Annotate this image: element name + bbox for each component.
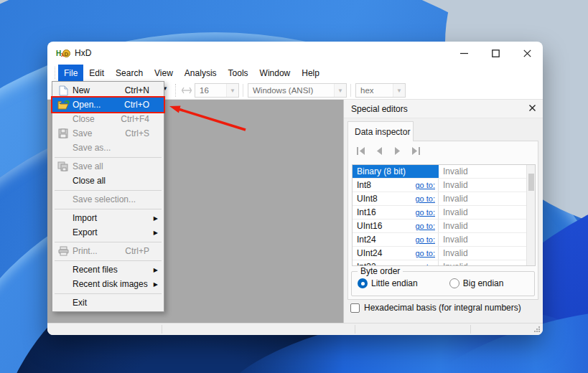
file-menu-item-recent-disk-images[interactable]: Recent disk images▶	[52, 277, 164, 291]
menubar-grip	[55, 67, 57, 79]
type-name: UInt8	[357, 194, 378, 204]
grid-scrollbar[interactable]	[526, 165, 535, 265]
menu-item-label: Recent files	[73, 265, 118, 275]
type-name-cell[interactable]: UInt24go to:	[353, 247, 439, 260]
file-menu-item-save[interactable]: SaveCtrl+S	[52, 126, 164, 141]
first-icon	[357, 147, 366, 155]
inspector-nav	[355, 146, 421, 156]
type-name: Int16	[357, 207, 376, 217]
type-name-cell[interactable]: UInt8go to:	[353, 192, 439, 205]
inspector-row-uint8[interactable]: UInt8go to:Invalid	[353, 192, 535, 206]
next-byte-button[interactable]	[391, 146, 403, 156]
encoding-combo[interactable]: Windows (ANSI)▼	[248, 83, 347, 98]
inspector-row-uint16[interactable]: UInt16go to:Invalid	[353, 219, 535, 233]
file-menu-item-new[interactable]: NewCtrl+N	[52, 83, 164, 98]
menu-file[interactable]: File	[58, 65, 83, 81]
type-name-cell[interactable]: Int24go to:	[353, 233, 439, 246]
value-cell: Invalid	[439, 260, 535, 266]
previous-byte-button[interactable]	[373, 146, 385, 156]
minimize-icon	[460, 49, 468, 57]
menu-view[interactable]: View	[149, 65, 179, 81]
file-menu-item-save-selection[interactable]: Save selection...	[52, 192, 164, 207]
menu-item-shortcut: Ctrl+F4	[121, 114, 158, 124]
type-name-cell[interactable]: Int32go to:	[353, 260, 439, 266]
menu-item-label: Exit	[73, 298, 87, 308]
radio-little-endian[interactable]	[358, 278, 368, 288]
value-cell: Invalid	[439, 179, 535, 192]
menu-edit[interactable]: Edit	[83, 65, 110, 81]
file-menu-item-save-all[interactable]: Save all	[52, 159, 164, 174]
bytes-per-row-width-button[interactable]	[180, 84, 193, 97]
go-to-link[interactable]: go to:	[415, 222, 435, 230]
icon-spacer	[55, 113, 71, 125]
menu-analysis[interactable]: Analysis	[179, 65, 223, 81]
close-button[interactable]	[511, 42, 543, 65]
value-cell: Invalid	[439, 233, 535, 246]
type-name: Int8	[357, 180, 371, 190]
hxd-window: H x D HxD FileEditSearchViewAnal	[47, 42, 543, 335]
radio-big-endian[interactable]	[449, 278, 459, 288]
type-name-cell[interactable]: UInt16go to:	[353, 219, 439, 232]
icon-spacer	[55, 278, 71, 290]
hex-basis-row: Hexadecimal basis (for integral numbers)	[350, 303, 521, 313]
bytes-per-row-combo[interactable]: 16▼	[195, 83, 239, 98]
data-inspector-content: Binary (8 bit)InvalidInt8go to:InvalidUI…	[347, 141, 538, 300]
left-right-arrows-icon	[182, 87, 192, 94]
last-byte-button[interactable]	[409, 146, 421, 156]
inspector-row-uint24[interactable]: UInt24go to:Invalid	[353, 247, 535, 260]
statusbar-separator	[470, 325, 471, 334]
first-byte-button[interactable]	[355, 146, 367, 156]
go-to-link[interactable]: go to:	[415, 181, 435, 189]
file-menu-item-close[interactable]: CloseCtrl+F4	[52, 112, 164, 126]
file-menu-item-save-as[interactable]: Save as...	[52, 141, 164, 155]
resize-grip[interactable]	[534, 326, 540, 332]
print-icon	[55, 245, 71, 257]
menu-help[interactable]: Help	[296, 65, 325, 81]
file-menu-item-close-all[interactable]: Close all	[52, 174, 164, 188]
value-cell: Invalid	[439, 247, 535, 260]
menu-tools[interactable]: Tools	[223, 65, 254, 81]
go-to-link[interactable]: go to:	[415, 249, 435, 258]
menu-item-label: Save	[73, 128, 92, 138]
go-to-link[interactable]: go to:	[415, 235, 435, 244]
menu-item-label: Recent disk images	[73, 279, 148, 289]
menu-window[interactable]: Window	[254, 65, 297, 81]
offset-base-combo[interactable]: hex▼	[355, 83, 406, 98]
menu-search[interactable]: Search	[110, 65, 149, 81]
minimize-button[interactable]	[448, 42, 480, 65]
file-menu-item-print[interactable]: Print...Ctrl+P	[52, 244, 164, 258]
file-menu-item-export[interactable]: Export▶	[52, 225, 164, 240]
special-editors-title: Special editors	[351, 104, 408, 114]
type-name-cell[interactable]: Int16go to:	[353, 206, 439, 219]
panel-close-button[interactable]	[529, 105, 536, 113]
inspector-row-int24[interactable]: Int24go to:Invalid	[353, 233, 535, 247]
menu-item-label: Import	[73, 213, 97, 223]
icon-spacer	[55, 227, 71, 238]
hex-basis-checkbox[interactable]	[350, 303, 360, 313]
go-to-link[interactable]: go to:	[415, 263, 435, 266]
menu-item-label: Print...	[73, 246, 98, 256]
grid-scrollbar-thumb[interactable]	[528, 174, 534, 191]
menu-item-label: Save as...	[73, 143, 111, 153]
go-to-link[interactable]: go to:	[415, 208, 435, 217]
inspector-row-int8[interactable]: Int8go to:Invalid	[353, 179, 535, 192]
last-icon	[411, 147, 420, 155]
inspector-row-int16[interactable]: Int16go to:Invalid	[353, 206, 535, 219]
file-menu-item-recent-files[interactable]: Recent files▶	[52, 263, 164, 277]
hex-basis-label: Hexadecimal basis (for integral numbers)	[364, 303, 521, 313]
inspector-row-binary-8-bit[interactable]: Binary (8 bit)Invalid	[353, 165, 535, 179]
type-name-cell[interactable]: Int8go to:	[353, 179, 439, 192]
file-menu-popup: NewCtrl+NOpen...Ctrl+OCloseCtrl+F4SaveCt…	[52, 81, 164, 312]
save-icon	[55, 128, 71, 139]
tab-data-inspector[interactable]: Data inspector	[347, 121, 414, 141]
file-menu-item-import[interactable]: Import▶	[52, 211, 164, 225]
offset-base-value: hex	[356, 86, 393, 95]
file-menu-item-exit[interactable]: Exit	[52, 296, 164, 310]
title-bar[interactable]: H x D HxD	[47, 42, 543, 65]
close-icon	[529, 105, 536, 111]
inspector-row-int32[interactable]: Int32go to:Invalid	[353, 260, 535, 266]
go-to-link[interactable]: go to:	[415, 194, 435, 203]
maximize-button[interactable]	[480, 42, 511, 65]
type-name-cell[interactable]: Binary (8 bit)	[353, 165, 439, 178]
annotation-highlight-box	[51, 96, 165, 113]
